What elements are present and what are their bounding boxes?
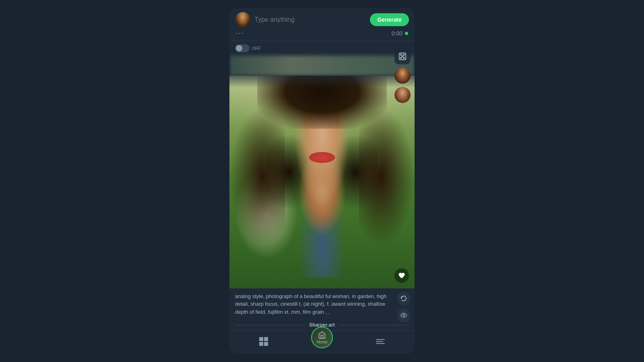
svg-point-3 [400, 57, 402, 58]
like-button[interactable] [394, 268, 409, 283]
timer-text: 0:00 [392, 30, 402, 37]
hamburger-icon [376, 339, 385, 344]
top-bar-row1: Generate [235, 12, 409, 27]
svg-point-4 [403, 57, 405, 58]
controls-section: OFF [229, 41, 415, 56]
toggle-track[interactable] [235, 44, 250, 52]
portrait-container [229, 76, 415, 288]
nav-item-grid[interactable] [259, 337, 268, 346]
toggle-container[interactable]: OFF [235, 44, 261, 52]
prompt-side-icons [397, 292, 411, 322]
prompt-description: analog style, photograph of a beautiful … [235, 292, 394, 316]
bottom-nav: Home [229, 330, 415, 354]
svg-point-2 [403, 54, 405, 56]
top-bar-row2: ··· 0:00 [235, 29, 409, 37]
svg-point-6 [403, 315, 405, 316]
toggle-label: OFF [252, 46, 261, 51]
svg-point-5 [402, 56, 403, 57]
branding-line-right [339, 325, 409, 325]
nav-home-button[interactable]: Home [311, 327, 333, 348]
timer-area: 0:00 [392, 30, 408, 37]
hair-right [359, 107, 415, 246]
app-wrapper: Generate ··· 0:00 OFF [229, 8, 415, 354]
refresh-button[interactable] [397, 292, 411, 305]
nav-item-menu[interactable] [376, 339, 385, 344]
blurred-strip [229, 56, 415, 76]
style-avatar-2[interactable] [394, 87, 411, 103]
brand-suffix: art [328, 322, 334, 328]
main-image-area [229, 76, 415, 288]
home-label: Home [317, 340, 328, 344]
prompt-area: analog style, photograph of a beautiful … [229, 288, 415, 320]
randomize-button[interactable] [394, 48, 411, 64]
grid-icon [259, 337, 268, 346]
lips-accent [309, 152, 335, 162]
user-avatar[interactable] [235, 12, 250, 27]
style-avatar-1[interactable] [394, 68, 411, 84]
toggle-thumb [236, 45, 242, 51]
prompt-input[interactable] [254, 16, 366, 23]
top-bar: Generate ··· 0:00 [229, 8, 415, 41]
side-icons-column [394, 48, 411, 103]
app-container: Generate ··· 0:00 OFF [229, 8, 415, 354]
image-blur-overlay [229, 76, 415, 88]
generate-button[interactable]: Generate [370, 13, 409, 26]
hair-left [229, 107, 285, 246]
more-options-button[interactable]: ··· [236, 29, 244, 37]
view-button[interactable] [397, 309, 411, 322]
svg-point-1 [400, 54, 402, 56]
branding-line-left [235, 325, 305, 325]
status-indicator [405, 32, 408, 35]
